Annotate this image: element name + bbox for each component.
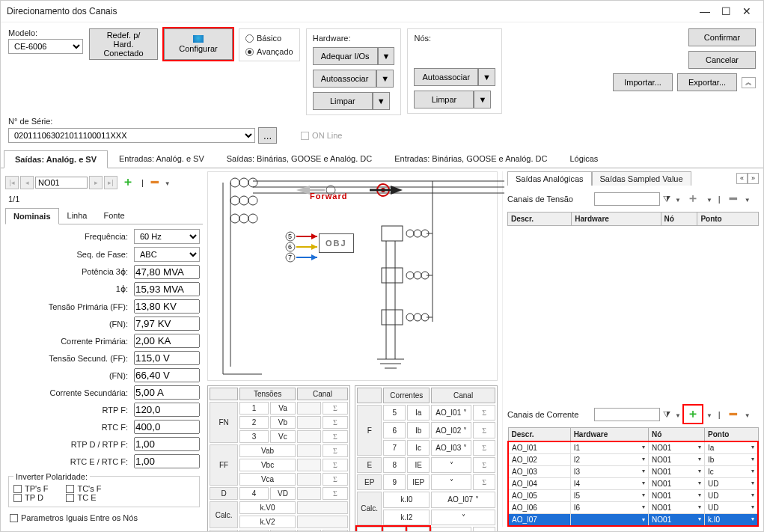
svg-text:5: 5 (288, 233, 292, 240)
svg-point-43 (406, 314, 414, 321)
nos-autoassociar-button[interactable]: Autoassociar (414, 68, 478, 86)
tpsf-checkbox[interactable]: TP's F (13, 484, 48, 493)
subtab-linha[interactable]: Linha (59, 207, 96, 224)
maximize-button[interactable]: ☐ (715, 5, 736, 17)
confirmar-button[interactable]: Confirmar (688, 28, 756, 46)
configurar-button[interactable]: Configurar (164, 28, 233, 60)
svg-point-4 (239, 178, 248, 187)
table-row: AO_I05I5NO01UD (508, 490, 758, 502)
tpfn-input[interactable] (134, 317, 200, 331)
freq-select[interactable]: 60 Hz (134, 229, 200, 244)
pot1-input[interactable] (134, 282, 200, 296)
tcsf-checkbox[interactable]: TC's F (66, 484, 101, 493)
pot1-label: 1ϕ: (8, 284, 131, 294)
table-row: AO_I06I6NO01UD (508, 502, 758, 514)
importar-button[interactable]: Importar... (613, 73, 673, 91)
subtab-nominais[interactable]: Nominais (5, 208, 59, 224)
nos-limpar-dropdown[interactable]: ▼ (474, 91, 491, 108)
rtab-scroll-left[interactable]: « (736, 173, 748, 184)
nos-autoassociar-dropdown[interactable]: ▼ (478, 68, 495, 86)
corrente-del-icon[interactable]: ━ (727, 406, 740, 422)
modelo-label: Modelo: (8, 28, 83, 37)
rtcf-label: RTC F: (8, 423, 131, 432)
tensao-filter-input[interactable] (594, 192, 660, 206)
modelo-select[interactable]: CE-6006 (8, 39, 83, 54)
tensoes-table: TensõesCanal FN1VaΣ 2VbΣ 3VcΣ FFVabΣ Vbc… (207, 385, 350, 531)
node-dropdown-icon[interactable] (163, 178, 171, 187)
serie-select[interactable]: 020111063021011100011XXX (8, 128, 255, 143)
redef-hard-button[interactable]: Redef. p/ Hard. Conectado (89, 28, 158, 60)
corrente-table[interactable]: Descr.HardwareNóPonto AO_I01I1NO01Ia AO_… (507, 427, 759, 527)
close-button[interactable]: ✕ (736, 5, 757, 17)
adequar-dropdown[interactable]: ▼ (378, 47, 395, 65)
nos-limpar-button[interactable]: Limpar (414, 91, 474, 108)
rtpd-input[interactable] (134, 437, 200, 451)
hw-autoassociar-dropdown[interactable]: ▼ (376, 70, 394, 88)
node-input[interactable] (35, 177, 88, 189)
rtab-scroll-right[interactable]: » (748, 173, 759, 184)
cs-input[interactable] (134, 385, 200, 400)
serie-ellipsis-button[interactable]: ... (258, 127, 277, 144)
param-iguais-checkbox[interactable]: Parametros Iguais Entre os Nós (5, 510, 203, 525)
exportar-button[interactable]: Exportar... (677, 73, 737, 91)
nav-next-button[interactable]: ▸ (89, 176, 103, 189)
basico-radio[interactable]: Básico (245, 34, 293, 43)
hw-limpar-button[interactable]: Limpar (313, 92, 373, 110)
tensao-add-icon[interactable]: ＋ (684, 190, 702, 207)
tsff-input[interactable] (134, 351, 200, 365)
svg-point-3 (230, 178, 239, 187)
tpd-checkbox[interactable]: TP D (13, 493, 48, 502)
rtce-label: RTC E / RTC F: (8, 457, 131, 466)
tab-saidas-analog[interactable]: Saídas: Analóg. e SV (4, 150, 108, 168)
tab-entradas-binarias[interactable]: Entradas: Binárias, GOOSE e Analóg. DC (383, 150, 558, 168)
svg-point-39 (406, 272, 414, 279)
seq-select[interactable]: ABC (134, 247, 200, 262)
tab-saidas-binarias[interactable]: Saídas: Binárias, GOOSE e Analóg. DC (216, 150, 383, 168)
node-sep-icon: | (138, 177, 147, 188)
svg-point-9 (230, 214, 239, 223)
corrente-filter-icon[interactable]: ⧩ (663, 409, 670, 420)
svg-marker-25 (311, 233, 317, 239)
tensao-del-icon[interactable]: ━ (727, 191, 740, 207)
corrente-add-icon[interactable]: ＋ (684, 406, 702, 423)
circuit-diagram: 5 6 7 (207, 171, 498, 381)
rtab-saidas-sampled[interactable]: Saídas Sampled Value (592, 171, 691, 186)
hw-autoassociar-button[interactable]: Autoassociar (313, 70, 377, 88)
expand-chevrons-icon[interactable]: ︽ (742, 77, 756, 88)
tab-logicas[interactable]: Lógicas (558, 150, 609, 168)
svg-point-44 (414, 314, 421, 321)
serie-label: N° de Série: (8, 117, 342, 126)
nav-first-button[interactable]: |◂ (5, 176, 19, 189)
rtcf-input[interactable] (134, 420, 200, 434)
tab-entradas-analog[interactable]: Entradas: Analóg. e SV (108, 150, 216, 168)
tpff-input[interactable] (134, 299, 200, 314)
cp-label: Corrente Primária: (8, 337, 131, 346)
minimize-button[interactable]: — (694, 5, 715, 17)
pot3-label: Potência 3ϕ: (8, 267, 131, 277)
tce-checkbox[interactable]: TC E (66, 493, 101, 502)
svg-point-40 (414, 272, 421, 279)
svg-point-8 (248, 196, 257, 205)
adequar-button[interactable]: Adequar I/Os (313, 47, 378, 65)
subtab-fonte[interactable]: Fonte (95, 207, 132, 224)
tensao-filter-icon[interactable]: ⧩ (663, 194, 670, 204)
online-checkbox: ON Line (301, 131, 342, 140)
corrente-filter-input[interactable] (594, 408, 660, 421)
node-del-icon[interactable]: ━ (148, 174, 162, 190)
tsfn-input[interactable] (134, 368, 200, 382)
svg-point-5 (248, 178, 257, 187)
hw-limpar-dropdown[interactable]: ▼ (373, 92, 390, 110)
cp-input[interactable] (134, 334, 200, 348)
svg-point-7 (239, 196, 248, 205)
svg-rect-42 (382, 310, 403, 325)
cancelar-button[interactable]: Cancelar (688, 51, 756, 69)
nav-prev-button[interactable]: ◂ (20, 176, 34, 189)
rtpf-input[interactable] (134, 403, 200, 417)
avancado-radio[interactable]: Avançado (245, 47, 293, 56)
rtce-input[interactable] (134, 454, 200, 468)
pot3-input[interactable] (134, 265, 200, 279)
rtab-saidas-analogicas[interactable]: Saídas Analógicas (507, 171, 592, 186)
node-add-icon[interactable]: ＋ (119, 174, 137, 191)
nav-last-button[interactable]: ▸| (104, 176, 117, 189)
svg-text:7: 7 (288, 254, 292, 261)
